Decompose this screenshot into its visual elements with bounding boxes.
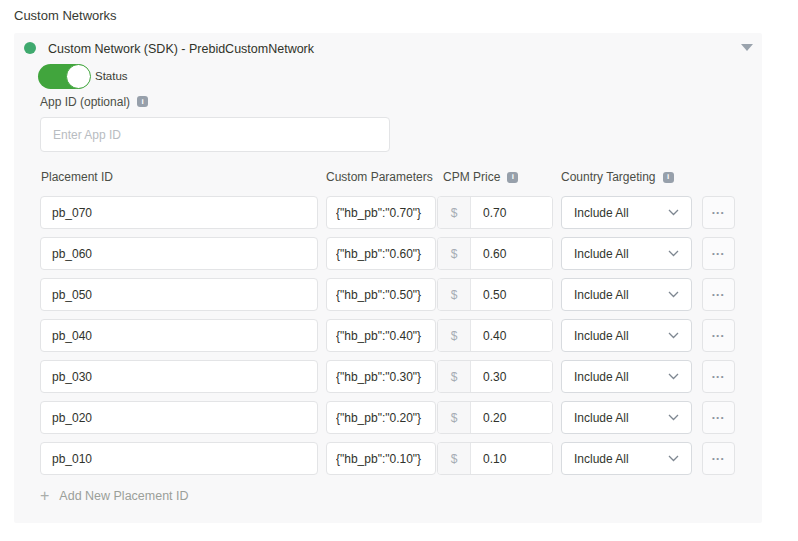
placement-row: $ Include All ••• bbox=[14, 442, 762, 475]
country-targeting-select[interactable]: Include All bbox=[561, 401, 692, 434]
cpm-price-input[interactable] bbox=[471, 320, 552, 351]
cpm-price-input[interactable] bbox=[471, 361, 552, 392]
currency-symbol: $ bbox=[438, 361, 471, 392]
add-new-placement-button[interactable]: + Add New Placement ID bbox=[40, 488, 189, 504]
currency-symbol: $ bbox=[438, 443, 471, 474]
country-targeting-select[interactable]: Include All bbox=[561, 442, 692, 475]
more-options-dots-icon: ••• bbox=[712, 332, 725, 340]
column-header-cpm-price: CPM Price i bbox=[443, 170, 518, 184]
chevron-down-icon bbox=[668, 332, 679, 339]
custom-parameters-input[interactable] bbox=[326, 360, 436, 393]
more-options-button[interactable]: ••• bbox=[702, 237, 735, 270]
more-options-button[interactable]: ••• bbox=[702, 196, 735, 229]
cpm-price-field: $ bbox=[437, 319, 553, 352]
chevron-down-icon bbox=[668, 414, 679, 421]
toggle-knob-icon bbox=[66, 64, 91, 89]
network-name: Custom Network (SDK) - PrebidCustomNetwo… bbox=[48, 42, 314, 56]
placement-row: $ Include All ••• bbox=[14, 401, 762, 434]
table-column-headers: Placement ID Custom Parameters CPM Price… bbox=[14, 170, 762, 186]
cpm-price-field: $ bbox=[437, 278, 553, 311]
column-header-cpm-price-label: CPM Price bbox=[443, 170, 500, 184]
country-targeting-value: Include All bbox=[574, 206, 629, 220]
column-header-placement-id: Placement ID bbox=[41, 170, 113, 184]
custom-parameters-input[interactable] bbox=[326, 196, 436, 229]
placement-id-input[interactable] bbox=[40, 360, 318, 393]
chevron-down-icon bbox=[668, 455, 679, 462]
country-targeting-info-icon[interactable]: i bbox=[663, 172, 674, 183]
more-options-button[interactable]: ••• bbox=[702, 401, 735, 434]
currency-symbol: $ bbox=[438, 238, 471, 269]
cpm-price-input[interactable] bbox=[471, 443, 552, 474]
placement-row: $ Include All ••• bbox=[14, 196, 762, 229]
collapse-chevron-icon[interactable] bbox=[741, 44, 753, 51]
cpm-price-field: $ bbox=[437, 401, 553, 434]
placement-id-input[interactable] bbox=[40, 196, 318, 229]
placement-row: $ Include All ••• bbox=[14, 360, 762, 393]
country-targeting-value: Include All bbox=[574, 370, 629, 384]
page-title: Custom Networks bbox=[14, 8, 117, 23]
placement-rows: $ Include All ••• $ Include All ••• bbox=[14, 196, 762, 483]
cpm-price-field: $ bbox=[437, 237, 553, 270]
custom-parameters-input[interactable] bbox=[326, 278, 436, 311]
more-options-button[interactable]: ••• bbox=[702, 442, 735, 475]
currency-symbol: $ bbox=[438, 279, 471, 310]
more-options-dots-icon: ••• bbox=[712, 291, 725, 299]
placement-id-input[interactable] bbox=[40, 401, 318, 434]
app-id-input[interactable] bbox=[40, 117, 390, 152]
cpm-price-input[interactable] bbox=[471, 238, 552, 269]
chevron-down-icon bbox=[668, 250, 679, 257]
country-targeting-value: Include All bbox=[574, 411, 629, 425]
status-label: Status bbox=[95, 70, 128, 82]
cpm-price-field: $ bbox=[437, 442, 553, 475]
cpm-price-field: $ bbox=[437, 196, 553, 229]
more-options-dots-icon: ••• bbox=[712, 209, 725, 217]
country-targeting-select[interactable]: Include All bbox=[561, 196, 692, 229]
more-options-dots-icon: ••• bbox=[712, 250, 725, 258]
placement-id-input[interactable] bbox=[40, 237, 318, 270]
country-targeting-value: Include All bbox=[574, 329, 629, 343]
more-options-button[interactable]: ••• bbox=[702, 319, 735, 352]
country-targeting-select[interactable]: Include All bbox=[561, 278, 692, 311]
column-header-country-targeting-label: Country Targeting bbox=[561, 170, 656, 184]
cpm-price-input[interactable] bbox=[471, 402, 552, 433]
column-header-custom-parameters-label: Custom Parameters bbox=[326, 170, 433, 184]
chevron-down-icon bbox=[668, 373, 679, 380]
placement-id-input[interactable] bbox=[40, 442, 318, 475]
status-toggle[interactable] bbox=[38, 64, 90, 89]
placement-row: $ Include All ••• bbox=[14, 319, 762, 352]
chevron-down-icon bbox=[668, 291, 679, 298]
chevron-down-icon bbox=[668, 209, 679, 216]
custom-parameters-input[interactable] bbox=[326, 442, 436, 475]
placement-id-input[interactable] bbox=[40, 278, 318, 311]
add-new-placement-label: Add New Placement ID bbox=[59, 489, 188, 503]
column-header-placement-id-label: Placement ID bbox=[41, 170, 113, 184]
plus-icon: + bbox=[40, 488, 49, 504]
cpm-price-info-icon[interactable]: i bbox=[507, 172, 518, 183]
app-id-label-row: App ID (optional) i bbox=[40, 95, 148, 108]
app-id-info-icon[interactable]: i bbox=[137, 96, 148, 107]
column-header-country-targeting: Country Targeting i bbox=[561, 170, 674, 184]
more-options-dots-icon: ••• bbox=[712, 373, 725, 381]
currency-symbol: $ bbox=[438, 320, 471, 351]
custom-parameters-input[interactable] bbox=[326, 401, 436, 434]
more-options-button[interactable]: ••• bbox=[702, 278, 735, 311]
column-header-custom-parameters: Custom Parameters bbox=[326, 170, 433, 184]
custom-parameters-input[interactable] bbox=[326, 319, 436, 352]
network-card: Custom Network (SDK) - PrebidCustomNetwo… bbox=[14, 33, 762, 523]
network-status-dot bbox=[24, 42, 36, 54]
country-targeting-select[interactable]: Include All bbox=[561, 319, 692, 352]
country-targeting-select[interactable]: Include All bbox=[561, 360, 692, 393]
country-targeting-value: Include All bbox=[574, 288, 629, 302]
more-options-dots-icon: ••• bbox=[712, 414, 725, 422]
cpm-price-field: $ bbox=[437, 360, 553, 393]
custom-networks-page: Custom Networks Custom Network (SDK) - P… bbox=[0, 0, 798, 541]
country-targeting-select[interactable]: Include All bbox=[561, 237, 692, 270]
country-targeting-value: Include All bbox=[574, 247, 629, 261]
placement-id-input[interactable] bbox=[40, 319, 318, 352]
more-options-button[interactable]: ••• bbox=[702, 360, 735, 393]
more-options-dots-icon: ••• bbox=[712, 455, 725, 463]
cpm-price-input[interactable] bbox=[471, 279, 552, 310]
custom-parameters-input[interactable] bbox=[326, 237, 436, 270]
country-targeting-value: Include All bbox=[574, 452, 629, 466]
cpm-price-input[interactable] bbox=[471, 197, 552, 228]
